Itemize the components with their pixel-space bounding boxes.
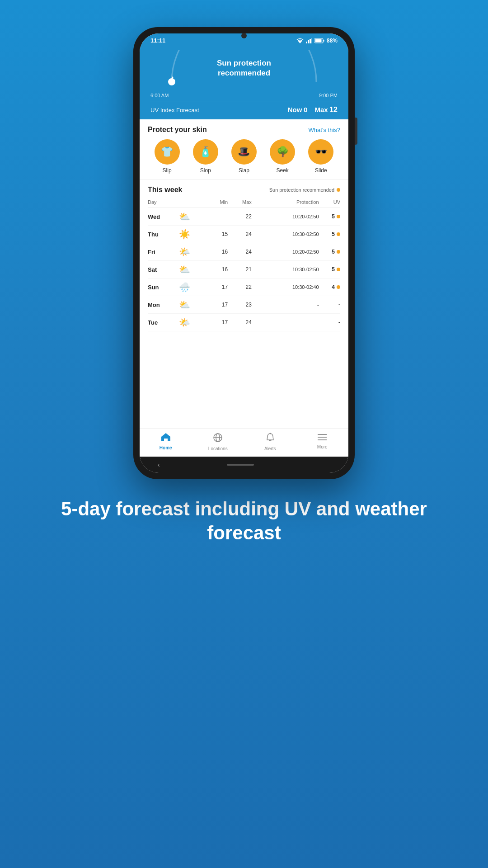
- svg-point-12: [269, 433, 271, 434]
- seek-icon: 🌳: [270, 139, 295, 165]
- slip-label: Slip: [163, 167, 172, 174]
- svg-rect-6: [323, 40, 324, 42]
- svg-rect-3: [310, 39, 311, 43]
- nav-item-more[interactable]: More: [296, 433, 349, 451]
- day-cell: Mon: [148, 296, 179, 314]
- skin-icons: 👕 Slip 🧴 Slop 🎩 Slap 🌳 Seek: [148, 139, 340, 174]
- slide-label: Slide: [315, 167, 327, 174]
- svg-rect-7: [315, 39, 321, 42]
- home-nav-label: Home: [160, 445, 172, 450]
- uv-cell: 5: [319, 243, 340, 261]
- col-protection: Protection: [252, 198, 319, 208]
- whats-this-link[interactable]: What's this?: [309, 127, 340, 133]
- forecast-table: Day Min Max Protection UV Wed ⛅ 22 10:20…: [148, 198, 340, 331]
- max-cell: 23: [228, 296, 252, 314]
- col-uv: UV: [319, 198, 340, 208]
- protection-cell: -: [252, 314, 319, 331]
- day-cell: Wed: [148, 208, 179, 226]
- svg-point-8: [168, 78, 175, 85]
- alerts-nav-label: Alerts: [264, 446, 276, 451]
- uv-forecast-row: UV Index Forecast Now 0 Max 12: [150, 102, 338, 114]
- protect-section: Protect your skin What's this? 👕 Slip 🧴 …: [140, 119, 348, 179]
- table-row: Tue 🌤️ 17 24 - -: [148, 314, 340, 331]
- svg-rect-4: [311, 38, 312, 43]
- forecast-tbody: Wed ⛅ 22 10:20-02:50 5 Thu ☀️ 15 24 10:3…: [148, 208, 340, 331]
- weather-icon-cell: ⛅: [179, 261, 207, 278]
- week-title: This week: [148, 186, 182, 194]
- uv-cell: 5: [319, 226, 340, 243]
- day-cell: Fri: [148, 243, 179, 261]
- protection-cell: 10:30-02:40: [252, 278, 319, 296]
- time-start: 6:00 AM: [150, 93, 169, 98]
- min-cell: 17: [207, 314, 228, 331]
- uv-header: Sun protection recommended 6:00 AM 9:00 …: [140, 47, 348, 119]
- slap-icon: 🎩: [231, 139, 257, 165]
- uv-title: Sun protection recommended: [217, 58, 271, 78]
- table-row: Fri 🌤️ 16 24 10:20-02:50 5: [148, 243, 340, 261]
- protection-cell: -: [252, 296, 319, 314]
- content-area[interactable]: Protect your skin What's this? 👕 Slip 🧴 …: [140, 119, 348, 429]
- week-section: This week Sun protection recommended Day…: [140, 179, 348, 331]
- table-row: Sat ⛅ 16 21 10:30-02:50 5: [148, 261, 340, 278]
- protection-cell: 10:30-02:50: [252, 261, 319, 278]
- day-cell: Thu: [148, 226, 179, 243]
- col-min: Min: [207, 198, 228, 208]
- max-cell: 24: [228, 226, 252, 243]
- slop-icon: 🧴: [193, 139, 218, 165]
- weather-icon-cell: ⛅: [179, 296, 207, 314]
- home-nav-icon: [161, 433, 171, 444]
- col-day: Day: [148, 198, 179, 208]
- time-end: 9:00 PM: [319, 93, 338, 98]
- max-cell: 22: [228, 278, 252, 296]
- table-row: Thu ☀️ 15 24 10:30-02:50 5: [148, 226, 340, 243]
- min-cell: 15: [207, 226, 228, 243]
- protect-header: Protect your skin What's this?: [148, 126, 340, 134]
- more-nav-label: More: [317, 444, 328, 449]
- min-cell: [207, 208, 228, 226]
- skin-item-slide: 🕶️ Slide: [308, 139, 333, 174]
- week-status: Sun protection recommended: [269, 187, 340, 193]
- svg-rect-2: [308, 40, 309, 43]
- signal-icon: [306, 38, 312, 43]
- uv-arc-area: Sun protection recommended: [150, 50, 338, 91]
- nav-item-alerts[interactable]: Alerts: [244, 433, 296, 451]
- home-pill[interactable]: [227, 464, 254, 466]
- protection-cell: 10:30-02:50: [252, 226, 319, 243]
- table-row: Sun 🌧️ 17 22 10:30-02:40 4: [148, 278, 340, 296]
- min-cell: 17: [207, 278, 228, 296]
- nav-item-locations[interactable]: Locations: [192, 433, 244, 451]
- battery-text: 88%: [327, 38, 338, 44]
- day-cell: Sun: [148, 278, 179, 296]
- max-cell: 24: [228, 314, 252, 331]
- day-cell: Sat: [148, 261, 179, 278]
- wifi-icon: [296, 38, 304, 43]
- home-indicator: ‹: [140, 457, 348, 473]
- min-cell: 16: [207, 243, 228, 261]
- status-icons: 88%: [296, 38, 338, 44]
- status-time: 11:11: [150, 37, 165, 44]
- camera-notch: [241, 33, 247, 38]
- skin-item-slop: 🧴 Slop: [193, 139, 218, 174]
- min-cell: 16: [207, 261, 228, 278]
- slap-label: Slap: [239, 167, 249, 174]
- svg-marker-0: [298, 41, 302, 43]
- back-button[interactable]: ‹: [158, 461, 160, 468]
- skin-item-slap: 🎩 Slap: [231, 139, 257, 174]
- weather-icon-cell: 🌤️: [179, 243, 207, 261]
- uv-cell: -: [319, 296, 340, 314]
- day-cell: Tue: [148, 314, 179, 331]
- bottom-nav: Home Locations Alerts More: [140, 429, 348, 457]
- orange-dot: [337, 188, 340, 192]
- slop-label: Slop: [200, 167, 211, 174]
- table-header-row: Day Min Max Protection UV: [148, 198, 340, 208]
- protection-cell: 10:20-02:50: [252, 208, 319, 226]
- phone-shell: 11:11: [133, 27, 355, 479]
- max-cell: 22: [228, 208, 252, 226]
- uv-cell: 5: [319, 208, 340, 226]
- protect-title: Protect your skin: [148, 126, 207, 134]
- uv-cell: -: [319, 314, 340, 331]
- uv-now: Now 0: [288, 106, 308, 114]
- seek-label: Seek: [276, 167, 288, 174]
- uv-values: Now 0 Max 12: [288, 106, 338, 114]
- nav-item-home[interactable]: Home: [140, 433, 192, 451]
